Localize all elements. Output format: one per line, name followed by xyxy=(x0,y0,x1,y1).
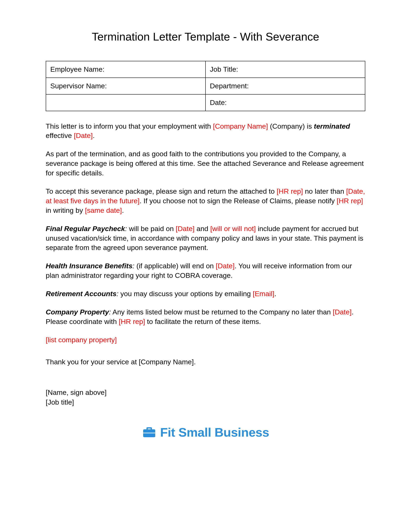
thank-you-paragraph: Thank you for your service at [Company N… xyxy=(46,357,365,367)
date-label: Date: xyxy=(206,94,365,111)
intro-paragraph: This letter is to inform you that your e… xyxy=(46,122,365,141)
svg-rect-1 xyxy=(143,433,155,433)
email-placeholder: [Email] xyxy=(253,290,274,298)
terminated-emphasis: terminated xyxy=(314,122,350,130)
briefcase-icon xyxy=(142,426,156,438)
paycheck-date-placeholder: [Date] xyxy=(176,225,195,233)
signer-title-placeholder: [Job title] xyxy=(46,397,365,407)
blank-cell xyxy=(46,94,206,111)
property-list-placeholder: [list company property] xyxy=(46,335,365,345)
footer-logo: Fit Small Business xyxy=(46,424,365,441)
signer-name-placeholder: [Name, sign above] xyxy=(46,388,365,398)
property-return-date-placeholder: [Date] xyxy=(333,308,352,316)
health-end-date-placeholder: [Date] xyxy=(216,262,235,270)
page-title: Termination Letter Template - With Sever… xyxy=(46,29,365,44)
supervisor-name-label: Supervisor Name: xyxy=(46,78,206,94)
hr-rep-placeholder-3: [HR rep] xyxy=(119,318,145,325)
company-name-placeholder: [Company Name] xyxy=(213,122,268,130)
company-property-paragraph: Company Property: Any items listed below… xyxy=(46,307,365,326)
logo-text: Fit Small Business xyxy=(160,424,269,441)
header-table: Employee Name: Job Title: Supervisor Nam… xyxy=(46,61,365,111)
final-paycheck-paragraph: Final Regular Paycheck: will be paid on … xyxy=(46,224,365,253)
will-or-not-placeholder: [will or will not] xyxy=(210,225,256,233)
same-date-placeholder: [same date] xyxy=(85,206,122,214)
employee-name-label: Employee Name: xyxy=(46,61,206,78)
retirement-paragraph: Retirement Accounts: you may discuss you… xyxy=(46,289,365,299)
hr-rep-placeholder: [HR rep] xyxy=(277,187,303,195)
acceptance-paragraph: To accept this severance package, please… xyxy=(46,187,365,215)
job-title-label: Job Title: xyxy=(206,61,365,78)
hr-rep-placeholder-2: [HR rep] xyxy=(337,197,363,205)
date-placeholder: [Date] xyxy=(74,132,93,139)
health-insurance-paragraph: Health Insurance Benefits: (if applicabl… xyxy=(46,261,365,280)
department-label: Department: xyxy=(206,78,365,94)
signature-block: [Name, sign above] [Job title] xyxy=(46,388,365,407)
severance-paragraph: As part of the termination, and as good … xyxy=(46,149,365,178)
